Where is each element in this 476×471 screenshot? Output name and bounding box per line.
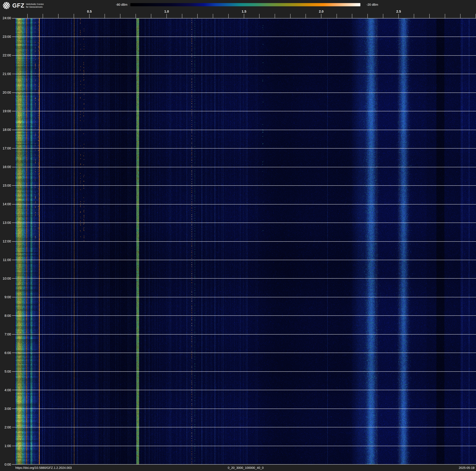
y-axis-label: 0:00	[0, 463, 11, 466]
x-axis-tick	[321, 14, 321, 18]
y-axis-label: 11:00	[0, 258, 11, 262]
x-axis-tick	[352, 14, 352, 18]
x-axis-label: 1.5	[238, 10, 250, 14]
y-axis-label: 3:00	[0, 407, 11, 411]
x-axis-tick	[244, 14, 244, 18]
x-axis-tick	[259, 14, 259, 18]
x-axis-tick	[151, 14, 151, 18]
x-axis-tick	[104, 14, 105, 18]
colorbar-min-label: -80 dBm	[98, 3, 127, 6]
gfz-logo: GFZ Helmholtz Centre for Geosciences	[3, 1, 44, 10]
x-axis-tick	[414, 14, 414, 18]
x-axis-tick	[383, 14, 383, 18]
doi-link[interactable]: https://doi.org/10.5880/GFZ.1.2.2024.003	[15, 466, 72, 470]
colorbar	[130, 3, 360, 6]
x-axis-label: 0.5	[83, 10, 96, 14]
y-axis-label: 12:00	[0, 239, 11, 243]
x-axis-tick	[337, 14, 337, 18]
x-axis-tick	[228, 14, 229, 18]
x-axis-tick	[182, 14, 182, 18]
y-axis-label: 8:00	[0, 314, 11, 318]
colorbar-max-label: -20 dBm	[367, 3, 397, 6]
x-axis-tick	[460, 14, 460, 18]
y-axis-label: 22:00	[0, 54, 11, 57]
y-axis-label: 21:00	[0, 72, 11, 76]
x-axis-tick	[197, 14, 198, 18]
y-axis-label: 15:00	[0, 184, 11, 187]
x-axis-tick	[429, 14, 430, 18]
x-axis-tick	[398, 14, 399, 18]
x-axis-tick	[306, 14, 306, 18]
x-axis-tick	[43, 14, 43, 18]
x-axis-label: 1.0	[160, 10, 173, 14]
logo-subtitle-line2: for Geosciences	[26, 5, 44, 8]
y-axis-label: 14:00	[0, 202, 11, 206]
y-axis-label: 16:00	[0, 165, 11, 169]
x-axis-label: 2.0	[315, 10, 327, 14]
x-axis-tick	[136, 14, 136, 18]
y-axis-label: 24:00	[0, 16, 11, 20]
logo-subtitle-line1: Helmholtz Centre	[26, 3, 44, 5]
y-axis-label: 9:00	[0, 295, 11, 299]
x-axis-tick	[290, 14, 290, 18]
y-axis-label: 18:00	[0, 128, 11, 132]
measurement-parameters: 0_20_3000_100000_40_0	[228, 466, 264, 470]
y-axis-label: 7:00	[0, 332, 11, 336]
y-axis-label: 5:00	[0, 370, 11, 373]
x-axis-tick	[27, 14, 28, 18]
y-axis-label: 4:00	[0, 388, 11, 392]
y-axis-label: 17:00	[0, 146, 11, 150]
y-axis-label: 6:00	[0, 351, 11, 355]
x-axis-label: 2.5	[392, 10, 405, 14]
y-axis-label: 19:00	[0, 109, 11, 113]
y-axis-label: 10:00	[0, 277, 11, 280]
x-axis-tick	[74, 14, 74, 18]
x-axis-tick	[213, 14, 213, 18]
x-axis-tick	[445, 14, 445, 18]
y-axis-label: 2:00	[0, 425, 11, 429]
gfz-logo-icon	[3, 2, 10, 9]
y-axis-label: 1:00	[0, 444, 11, 448]
x-axis-tick	[367, 14, 368, 18]
y-axis-label: 20:00	[0, 91, 11, 94]
x-axis-tick	[275, 14, 275, 18]
y-axis-label: 13:00	[0, 221, 11, 225]
x-axis-tick	[89, 14, 89, 18]
spectrogram-page: GFZ Helmholtz Centre for Geosciences -80…	[0, 0, 476, 471]
spectrogram-canvas	[12, 18, 476, 465]
date-label: 2025-05-19	[459, 466, 475, 470]
y-axis-label: 23:00	[0, 35, 11, 38]
logo-subtitle: Helmholtz Centre for Geosciences	[26, 3, 44, 8]
logo-acronym: GFZ	[12, 2, 24, 9]
x-axis-tick	[167, 14, 167, 18]
x-axis-tick	[120, 14, 120, 18]
x-axis-tick	[58, 14, 58, 18]
